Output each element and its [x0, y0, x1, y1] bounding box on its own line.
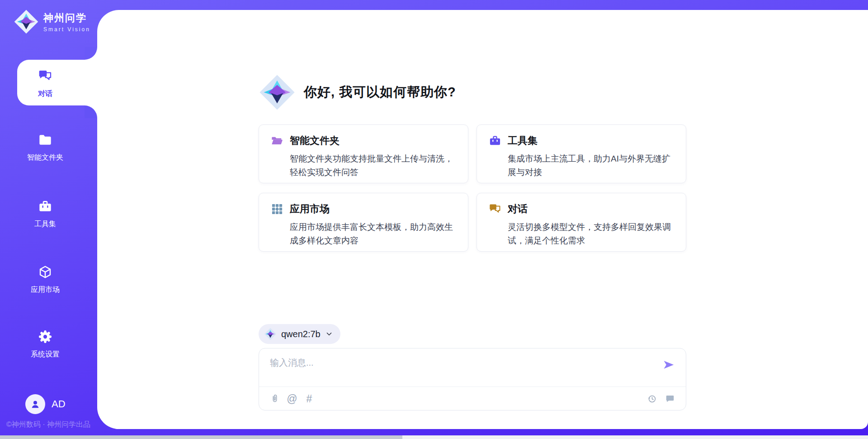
- person-icon: [29, 398, 41, 410]
- sidebar-item-chat[interactable]: 对话: [0, 69, 90, 99]
- mention-icon[interactable]: @: [287, 394, 297, 404]
- brand-logo-block: 神州问学 Smart Vision: [14, 9, 90, 34]
- copyright-text: ©神州数码 · 神州问学出品: [6, 420, 90, 429]
- card-description: 灵活切换多模型文件，支持多样回复效果调试，满足个性化需求: [508, 220, 674, 248]
- chat-bubbles-icon: [489, 203, 501, 215]
- send-icon[interactable]: [662, 358, 675, 371]
- briefcase-icon: [489, 134, 501, 147]
- horizontal-scrollbar[interactable]: [0, 435, 868, 439]
- user-name: AD: [52, 398, 66, 410]
- brand-subtitle: Smart Vision: [43, 26, 90, 33]
- hashtag-icon[interactable]: #: [304, 394, 314, 404]
- chevron-down-icon: [325, 330, 333, 338]
- card-description: 智能文件夹功能支持批量文件上传与清洗，轻松实现文件问答: [290, 152, 456, 179]
- card-title: 智能文件夹: [290, 134, 340, 148]
- card-title: 工具集: [508, 134, 538, 148]
- history-icon[interactable]: [647, 394, 657, 404]
- sidebar-item-label: 智能文件夹: [0, 153, 90, 162]
- sidebar-item-label: 工具集: [0, 220, 90, 229]
- folder-open-icon: [271, 134, 283, 147]
- sidebar-item-smart-folder[interactable]: 智能文件夹: [0, 133, 90, 162]
- card-toolset[interactable]: 工具集 集成市场上主流工具，助力AI与外界无缝扩展与对接: [476, 124, 686, 183]
- card-title: 对话: [508, 202, 528, 216]
- message-input[interactable]: [270, 357, 654, 383]
- model-selector[interactable]: qwen2:7b: [259, 324, 340, 344]
- cube-icon: [38, 265, 52, 279]
- sidebar-item-app-market[interactable]: 应用市场: [0, 265, 90, 295]
- model-diamond-logo-icon: [264, 328, 277, 340]
- greeting-diamond-logo-icon: [259, 74, 296, 111]
- composer-tools-left: @ #: [270, 394, 314, 404]
- sidebar: 神州问学 Smart Vision 对话 智能文件夹 工具集 应: [0, 0, 97, 439]
- card-header: 应用市场: [271, 202, 456, 216]
- avatar: [25, 394, 45, 414]
- feature-cards: 智能文件夹 智能文件夹功能支持批量文件上传与清洗，轻松实现文件问答 工具集 集成…: [259, 124, 686, 252]
- chat-bubble-icon[interactable]: [665, 394, 675, 404]
- grid-market-icon: [271, 203, 283, 215]
- briefcase-icon: [38, 199, 52, 214]
- card-title: 应用市场: [290, 202, 330, 216]
- sidebar-item-settings[interactable]: 系统设置: [0, 329, 90, 359]
- brand-diamond-logo-icon: [14, 9, 39, 34]
- card-header: 智能文件夹: [271, 134, 456, 148]
- card-header: 对话: [489, 202, 674, 216]
- tab-fillet-bottom: [85, 105, 97, 118]
- model-name: qwen2:7b: [281, 329, 321, 339]
- brand-name: 神州问学: [43, 11, 90, 25]
- message-composer: @ #: [259, 348, 686, 410]
- sidebar-item-toolset[interactable]: 工具集: [0, 199, 90, 229]
- card-description: 集成市场上主流工具，助力AI与外界无缝扩展与对接: [508, 152, 674, 179]
- card-chat[interactable]: 对话 灵活切换多模型文件，支持多样回复效果调试，满足个性化需求: [476, 193, 686, 252]
- card-smart-folder[interactable]: 智能文件夹 智能文件夹功能支持批量文件上传与清洗，轻松实现文件问答: [259, 124, 468, 183]
- folder-icon: [38, 133, 52, 147]
- sidebar-item-label: 系统设置: [0, 350, 90, 359]
- attachment-icon[interactable]: [270, 394, 280, 404]
- greeting-block: 你好, 我可以如何帮助你?: [259, 74, 456, 111]
- chat-bubbles-icon: [38, 69, 52, 83]
- gear-icon: [38, 329, 52, 344]
- tab-fillet-top: [85, 47, 97, 60]
- greeting-title: 你好, 我可以如何帮助你?: [304, 83, 456, 101]
- sidebar-item-label: 对话: [0, 89, 90, 99]
- brand-text: 神州问学 Smart Vision: [43, 11, 90, 33]
- sidebar-item-label: 应用市场: [0, 285, 90, 295]
- card-app-market[interactable]: 应用市场 应用市场提供丰富长文本模板，助力高效生成多样化文章内容: [259, 193, 468, 252]
- composer-tools-right: [647, 394, 675, 404]
- card-description: 应用市场提供丰富长文本模板，助力高效生成多样化文章内容: [290, 220, 456, 248]
- composer-toolbar: @ #: [270, 387, 675, 410]
- card-header: 工具集: [489, 134, 674, 148]
- user-profile[interactable]: AD: [25, 394, 66, 414]
- scrollbar-thumb[interactable]: [0, 435, 402, 439]
